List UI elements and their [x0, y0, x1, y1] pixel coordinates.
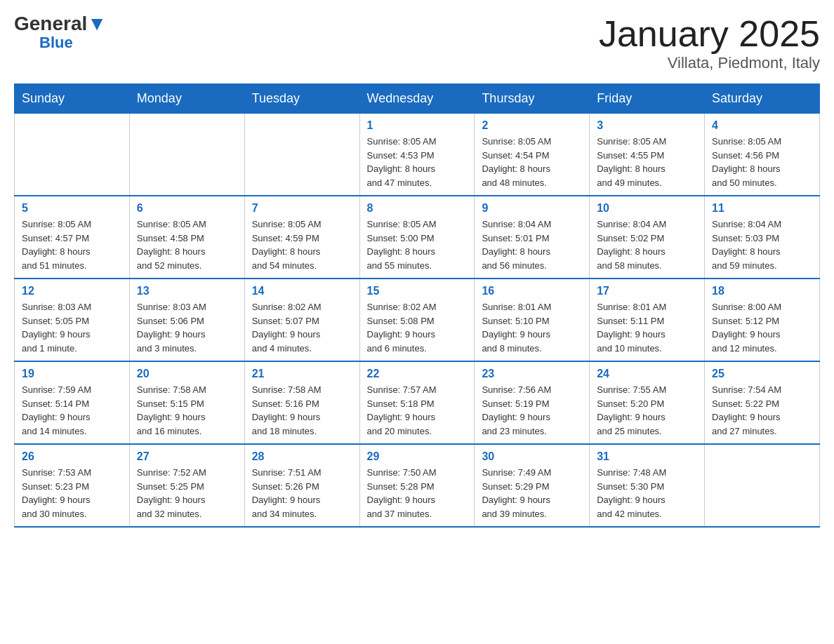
calendar-cell: 21Sunrise: 7:58 AM Sunset: 5:16 PM Dayli… [244, 361, 359, 444]
day-number: 3 [597, 119, 697, 132]
day-info: Sunrise: 8:04 AM Sunset: 5:01 PM Dayligh… [482, 217, 582, 272]
calendar-cell: 16Sunrise: 8:01 AM Sunset: 5:10 PM Dayli… [475, 279, 590, 361]
day-info: Sunrise: 8:04 AM Sunset: 5:02 PM Dayligh… [597, 217, 697, 272]
day-number: 30 [482, 450, 582, 463]
day-number: 1 [367, 119, 468, 132]
calendar-cell: 6Sunrise: 8:05 AM Sunset: 4:58 PM Daylig… [129, 196, 244, 279]
day-number: 15 [367, 285, 468, 297]
day-number: 26 [22, 450, 122, 463]
day-number: 19 [22, 368, 122, 380]
calendar-week-5: 26Sunrise: 7:53 AM Sunset: 5:23 PM Dayli… [15, 444, 820, 527]
day-info: Sunrise: 8:02 AM Sunset: 5:08 PM Dayligh… [367, 300, 468, 355]
day-info: Sunrise: 8:05 AM Sunset: 4:55 PM Dayligh… [597, 135, 697, 189]
calendar-cell: 4Sunrise: 8:05 AM Sunset: 4:56 PM Daylig… [705, 114, 820, 196]
day-number: 13 [137, 285, 237, 297]
day-info: Sunrise: 8:05 AM Sunset: 4:58 PM Dayligh… [137, 217, 237, 272]
calendar-cell: 14Sunrise: 8:02 AM Sunset: 5:07 PM Dayli… [244, 279, 359, 361]
day-number: 16 [482, 285, 582, 297]
header-day-sunday: Sunday [15, 84, 130, 114]
day-info: Sunrise: 7:57 AM Sunset: 5:18 PM Dayligh… [367, 383, 468, 438]
day-number: 6 [137, 202, 237, 215]
page-header: General▼ Blue January 2025 Villata, Pied… [14, 14, 820, 72]
calendar-cell [129, 114, 244, 196]
header-day-friday: Friday [590, 84, 705, 114]
header-day-tuesday: Tuesday [244, 84, 359, 114]
logo: General▼ Blue [14, 14, 107, 52]
day-info: Sunrise: 8:04 AM Sunset: 5:03 PM Dayligh… [712, 217, 812, 272]
logo-triangle-icon: ▼ [87, 13, 107, 34]
day-number: 12 [22, 285, 122, 297]
day-number: 7 [252, 202, 352, 215]
calendar-cell: 11Sunrise: 8:04 AM Sunset: 5:03 PM Dayli… [705, 196, 820, 279]
day-info: Sunrise: 8:05 AM Sunset: 4:59 PM Dayligh… [252, 217, 352, 272]
day-number: 28 [252, 450, 352, 463]
logo-blue-text: Blue [39, 34, 73, 52]
day-number: 25 [712, 368, 812, 380]
calendar-cell: 27Sunrise: 7:52 AM Sunset: 5:25 PM Dayli… [129, 444, 244, 527]
calendar-cell: 9Sunrise: 8:04 AM Sunset: 5:01 PM Daylig… [475, 196, 590, 279]
calendar-cell: 18Sunrise: 8:00 AM Sunset: 5:12 PM Dayli… [705, 279, 820, 361]
day-number: 4 [712, 119, 812, 132]
day-info: Sunrise: 7:52 AM Sunset: 5:25 PM Dayligh… [137, 466, 237, 521]
calendar-cell: 8Sunrise: 8:05 AM Sunset: 5:00 PM Daylig… [359, 196, 475, 279]
calendar-cell: 24Sunrise: 7:55 AM Sunset: 5:20 PM Dayli… [590, 361, 705, 444]
day-number: 29 [367, 450, 468, 463]
calendar-cell: 3Sunrise: 8:05 AM Sunset: 4:55 PM Daylig… [590, 114, 705, 196]
day-info: Sunrise: 7:56 AM Sunset: 5:19 PM Dayligh… [482, 383, 582, 438]
calendar-cell: 25Sunrise: 7:54 AM Sunset: 5:22 PM Dayli… [705, 361, 820, 444]
calendar-cell: 29Sunrise: 7:50 AM Sunset: 5:28 PM Dayli… [359, 444, 475, 527]
day-info: Sunrise: 8:05 AM Sunset: 4:53 PM Dayligh… [367, 135, 468, 189]
calendar-header-row: SundayMondayTuesdayWednesdayThursdayFrid… [15, 84, 820, 114]
calendar-cell: 26Sunrise: 7:53 AM Sunset: 5:23 PM Dayli… [15, 444, 130, 527]
calendar-cell: 1Sunrise: 8:05 AM Sunset: 4:53 PM Daylig… [359, 114, 475, 196]
day-number: 27 [137, 450, 237, 463]
calendar-cell: 13Sunrise: 8:03 AM Sunset: 5:06 PM Dayli… [129, 279, 244, 361]
calendar-cell: 5Sunrise: 8:05 AM Sunset: 4:57 PM Daylig… [15, 196, 130, 279]
header-day-saturday: Saturday [705, 84, 820, 114]
day-number: 8 [367, 202, 468, 215]
calendar-cell [15, 114, 130, 196]
day-number: 9 [482, 202, 582, 215]
calendar-cell: 19Sunrise: 7:59 AM Sunset: 5:14 PM Dayli… [15, 361, 130, 444]
calendar-cell: 31Sunrise: 7:48 AM Sunset: 5:30 PM Dayli… [590, 444, 705, 527]
day-info: Sunrise: 7:58 AM Sunset: 5:16 PM Dayligh… [252, 383, 352, 438]
day-info: Sunrise: 8:01 AM Sunset: 5:11 PM Dayligh… [597, 300, 697, 355]
header-day-thursday: Thursday [475, 84, 590, 114]
calendar-cell: 20Sunrise: 7:58 AM Sunset: 5:15 PM Dayli… [129, 361, 244, 444]
title-block: January 2025 Villata, Piedmont, Italy [599, 14, 820, 72]
calendar-cell: 10Sunrise: 8:04 AM Sunset: 5:02 PM Dayli… [590, 196, 705, 279]
day-number: 10 [597, 202, 697, 215]
calendar-week-4: 19Sunrise: 7:59 AM Sunset: 5:14 PM Dayli… [15, 361, 820, 444]
day-info: Sunrise: 7:54 AM Sunset: 5:22 PM Dayligh… [712, 383, 812, 438]
day-info: Sunrise: 7:55 AM Sunset: 5:20 PM Dayligh… [597, 383, 697, 438]
calendar-cell: 12Sunrise: 8:03 AM Sunset: 5:05 PM Dayli… [15, 279, 130, 361]
day-info: Sunrise: 7:49 AM Sunset: 5:29 PM Dayligh… [482, 466, 582, 521]
day-info: Sunrise: 8:03 AM Sunset: 5:05 PM Dayligh… [22, 300, 122, 355]
calendar-cell: 17Sunrise: 8:01 AM Sunset: 5:11 PM Dayli… [590, 279, 705, 361]
calendar-week-1: 1Sunrise: 8:05 AM Sunset: 4:53 PM Daylig… [15, 114, 820, 196]
day-number: 2 [482, 119, 582, 132]
day-info: Sunrise: 7:58 AM Sunset: 5:15 PM Dayligh… [137, 383, 237, 438]
day-number: 21 [252, 368, 352, 380]
calendar-week-3: 12Sunrise: 8:03 AM Sunset: 5:05 PM Dayli… [15, 279, 820, 361]
calendar-cell: 2Sunrise: 8:05 AM Sunset: 4:54 PM Daylig… [475, 114, 590, 196]
header-day-monday: Monday [129, 84, 244, 114]
day-number: 23 [482, 368, 582, 380]
day-info: Sunrise: 7:48 AM Sunset: 5:30 PM Dayligh… [597, 466, 697, 521]
calendar-table: SundayMondayTuesdayWednesdayThursdayFrid… [14, 83, 820, 528]
calendar-week-2: 5Sunrise: 8:05 AM Sunset: 4:57 PM Daylig… [15, 196, 820, 279]
day-number: 11 [712, 202, 812, 215]
day-info: Sunrise: 8:05 AM Sunset: 4:54 PM Dayligh… [482, 135, 582, 189]
day-number: 17 [597, 285, 697, 297]
day-info: Sunrise: 8:03 AM Sunset: 5:06 PM Dayligh… [137, 300, 237, 355]
day-info: Sunrise: 8:01 AM Sunset: 5:10 PM Dayligh… [482, 300, 582, 355]
day-info: Sunrise: 7:59 AM Sunset: 5:14 PM Dayligh… [22, 383, 122, 438]
header-day-wednesday: Wednesday [359, 84, 475, 114]
day-info: Sunrise: 7:53 AM Sunset: 5:23 PM Dayligh… [22, 466, 122, 521]
day-number: 14 [252, 285, 352, 297]
day-number: 31 [597, 450, 697, 463]
day-number: 20 [137, 368, 237, 380]
calendar-cell [244, 114, 359, 196]
calendar-cell [705, 444, 820, 527]
day-info: Sunrise: 8:05 AM Sunset: 4:56 PM Dayligh… [712, 135, 812, 189]
